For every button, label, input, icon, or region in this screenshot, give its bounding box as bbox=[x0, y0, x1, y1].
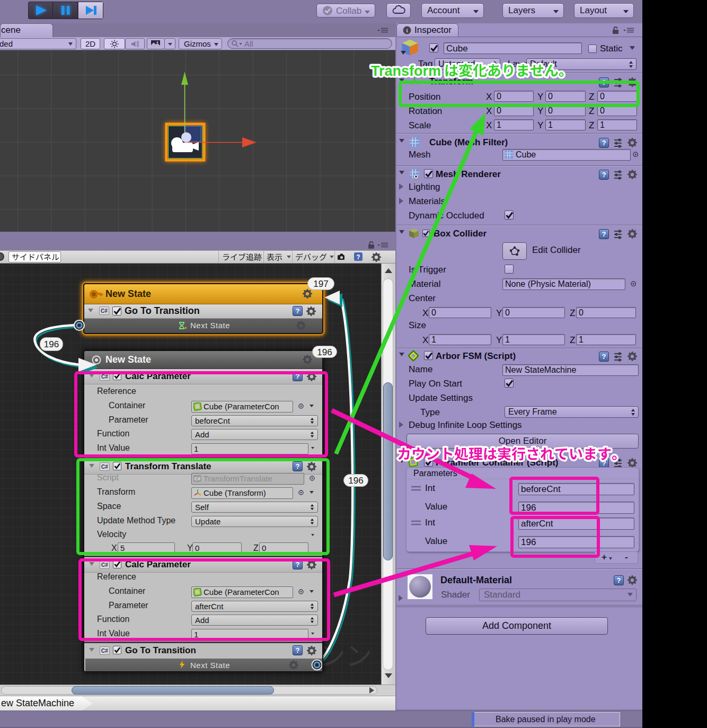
svg-text:i: i bbox=[406, 27, 408, 33]
svg-text:C#: C# bbox=[195, 476, 201, 481]
